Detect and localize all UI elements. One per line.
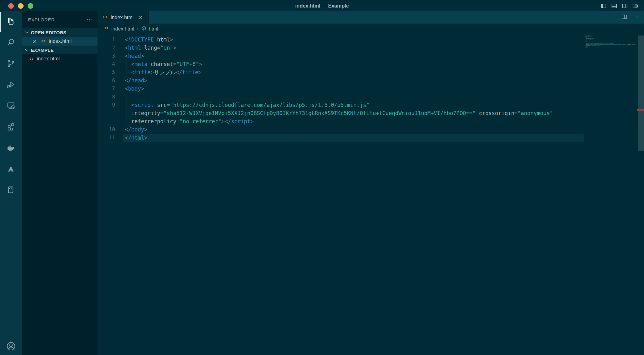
html-file-icon bbox=[102, 14, 108, 21]
line-number: 2 bbox=[97, 44, 115, 52]
split-editor-icon[interactable] bbox=[621, 14, 628, 21]
section-label: OPEN EDITORS bbox=[31, 30, 66, 35]
html-file-icon bbox=[41, 38, 46, 44]
line-number: 11 bbox=[97, 134, 115, 142]
activity-bar bbox=[0, 11, 22, 355]
files-icon bbox=[6, 16, 16, 27]
minimap-row: </html> bbox=[585, 47, 638, 48]
explorer-more-actions-icon[interactable] bbox=[86, 17, 92, 23]
extensions-icon bbox=[6, 122, 16, 133]
editor-group: index.html bbox=[97, 11, 644, 355]
sidebar-title: EXPLORER bbox=[28, 17, 55, 22]
activity-atlassian[interactable] bbox=[0, 159, 22, 180]
code-line[interactable]: 10</body> bbox=[97, 125, 644, 134]
title-bar: index.html — Example bbox=[0, 0, 644, 11]
line-number: 10 bbox=[97, 125, 115, 134]
toggle-sidebar-left-icon[interactable] bbox=[600, 3, 607, 9]
symbol-cube-icon bbox=[141, 25, 147, 32]
tab-index-html[interactable]: index.html bbox=[97, 11, 149, 24]
chevron-down-icon bbox=[24, 47, 30, 53]
code-line[interactable]: 1<!DOCTYPE html> bbox=[97, 36, 644, 44]
breadcrumb: index.html › html bbox=[97, 24, 644, 34]
tree-item-index-html[interactable]: index.html bbox=[22, 54, 97, 63]
sidebar-explorer: EXPLORER OPEN EDITORS index.html bbox=[22, 11, 97, 355]
vertical-scrollbar[interactable] bbox=[638, 36, 644, 151]
close-window-button[interactable] bbox=[8, 3, 14, 9]
sidebar-header: EXPLORER bbox=[22, 11, 97, 28]
close-icon[interactable] bbox=[32, 39, 37, 44]
html-file-icon bbox=[29, 56, 34, 62]
line-number: 7 bbox=[97, 85, 115, 93]
activity-account[interactable] bbox=[6, 341, 16, 353]
code-line[interactable]: 2<html lang="en"> bbox=[97, 44, 644, 52]
line-number: 6 bbox=[97, 76, 115, 85]
open-editor-item-index-html[interactable]: index.html bbox=[22, 37, 97, 46]
toggle-sidebar-right-icon[interactable] bbox=[621, 3, 628, 9]
layout-controls bbox=[600, 0, 639, 11]
editor-actions bbox=[621, 11, 639, 24]
source-control-branch-icon bbox=[6, 58, 16, 69]
search-icon bbox=[6, 37, 16, 48]
line-number bbox=[97, 109, 115, 117]
line-number: 5 bbox=[97, 68, 115, 76]
window-title: index.html — Example bbox=[295, 3, 349, 9]
code-editor[interactable]: 1<!DOCTYPE html>2<html lang="en">3<head>… bbox=[97, 36, 644, 142]
code-line[interactable]: 5 <title>サンプル</title> bbox=[97, 68, 644, 76]
code-line[interactable]: 8 bbox=[97, 93, 644, 101]
section-example[interactable]: EXAMPLE bbox=[22, 46, 97, 54]
code-line[interactable]: 4 <meta charset="UTF-8"> bbox=[97, 60, 644, 68]
activity-search[interactable] bbox=[0, 32, 22, 53]
section-open-editors[interactable]: OPEN EDITORS bbox=[22, 28, 97, 37]
code-line[interactable]: 7<body> bbox=[97, 85, 644, 93]
toggle-panel-icon[interactable] bbox=[611, 3, 618, 9]
overview-ruler-error-marker bbox=[637, 109, 644, 111]
activity-run-debug[interactable] bbox=[0, 75, 22, 96]
zoom-window-button[interactable] bbox=[28, 3, 33, 9]
line-number: 3 bbox=[97, 52, 115, 60]
account-icon bbox=[6, 347, 16, 352]
activity-notebook[interactable] bbox=[0, 180, 22, 201]
close-tab-icon[interactable] bbox=[138, 15, 143, 20]
file-label: index.html bbox=[37, 56, 60, 62]
code-line[interactable]: referrerpolicy="no-referrer"></script> bbox=[97, 117, 644, 125]
minimap[interactable]: <!DOCTYPE html><html lang="en"><head> <m… bbox=[585, 35, 638, 104]
code-line[interactable]: 6</head> bbox=[97, 76, 644, 85]
line-number: 8 bbox=[97, 93, 115, 101]
minimize-window-button[interactable] bbox=[18, 3, 24, 9]
window-controls bbox=[8, 0, 33, 11]
breadcrumb-label: html bbox=[149, 26, 158, 32]
activity-extensions[interactable] bbox=[0, 117, 22, 138]
vscode-window: index.html — Example bbox=[0, 0, 644, 355]
breadcrumb-item-file[interactable]: index.html bbox=[104, 25, 134, 32]
indent-guide bbox=[126, 93, 126, 101]
code-line[interactable]: integrity="sha512-WJXVjqeINVpi5XXJ2jn0BS… bbox=[97, 109, 644, 117]
line-number: 1 bbox=[97, 36, 115, 44]
remote-monitor-icon bbox=[6, 101, 16, 112]
customize-layout-icon[interactable] bbox=[632, 3, 639, 9]
more-actions-icon[interactable] bbox=[633, 14, 639, 21]
line-number: 9 bbox=[97, 101, 115, 109]
code-line[interactable]: 9 <script src="https://cdnjs.cloudflare.… bbox=[97, 101, 644, 109]
notebook-icon bbox=[6, 185, 16, 196]
activity-source-control[interactable] bbox=[0, 53, 22, 75]
breadcrumb-item-symbol[interactable]: html bbox=[141, 25, 158, 32]
activity-docker[interactable] bbox=[0, 138, 22, 159]
code-line[interactable]: 11</html> bbox=[97, 134, 644, 142]
debug-icon bbox=[6, 80, 16, 91]
line-number: 4 bbox=[97, 60, 115, 68]
atlassian-icon bbox=[6, 164, 16, 175]
activity-explorer[interactable] bbox=[0, 11, 22, 32]
tab-strip: index.html bbox=[97, 11, 644, 24]
chevron-down-icon bbox=[24, 30, 30, 35]
line-number bbox=[97, 117, 115, 125]
code-line[interactable]: 3<head> bbox=[97, 52, 644, 60]
html-file-icon bbox=[104, 25, 109, 32]
tab-label: index.html bbox=[111, 15, 134, 20]
file-label: index.html bbox=[49, 38, 72, 44]
breadcrumb-label: index.html bbox=[111, 26, 134, 32]
chevron-right-icon: › bbox=[137, 26, 138, 31]
docker-whale-icon bbox=[6, 143, 16, 154]
section-label: EXAMPLE bbox=[31, 47, 54, 53]
activity-remote-explorer[interactable] bbox=[0, 96, 22, 117]
